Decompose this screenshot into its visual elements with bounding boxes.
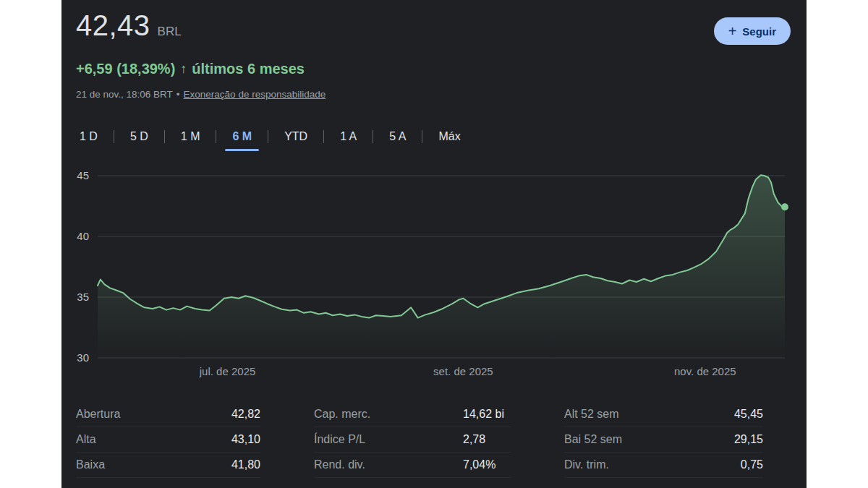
stat-label: Div. trim. (564, 458, 609, 471)
x-tick-label: set. de 2025 (433, 365, 493, 377)
y-tick-label: 30 (77, 351, 89, 364)
stat-label: Rend. div. (314, 458, 365, 471)
stat-value: 41,80 (231, 458, 260, 471)
stat-label: Alta (76, 433, 96, 446)
tab-ytd[interactable]: YTD (270, 125, 322, 148)
plus-icon: + (728, 24, 737, 38)
tab-divider (114, 130, 114, 143)
x-tick-label: jul. de 2025 (199, 365, 256, 377)
tab-5d[interactable]: 5 D (116, 125, 163, 148)
tab-divider (373, 130, 373, 143)
last-price-dot (781, 203, 788, 210)
x-tick-label: nov. de 2025 (674, 365, 736, 377)
stock-price: 42,43 (76, 9, 150, 42)
currency-label: BRL (158, 25, 182, 39)
stat-value: 43,10 (231, 433, 260, 446)
y-tick-label: 35 (77, 291, 89, 303)
stat-value: 2,78 (463, 433, 485, 446)
y-tick-label: 45 (77, 169, 89, 181)
tab-6m[interactable]: 6 M (218, 125, 266, 148)
stat-row: Alta43,10 (76, 427, 260, 453)
stat-row: Rend. div.7,04% (314, 453, 511, 478)
stat-row: Bai 52 sem29,15 (564, 427, 763, 453)
stat-row: Div. trim.0,75 (564, 453, 763, 478)
area-fill (98, 175, 785, 358)
tab-1m[interactable]: 1 M (166, 125, 215, 148)
y-tick-label: 40 (77, 230, 89, 242)
page: 42,43 BRL + Seguir +6,59 (18,39%) ↑ últi… (0, 0, 868, 488)
bullet-separator: • (176, 89, 180, 100)
quote-meta: 21 de nov., 18:06 BRT•Exoneração de resp… (76, 89, 326, 100)
tab-divider (422, 130, 422, 143)
key-stats: Abertura42,82Alta43,10Baixa41,80Cap. mer… (76, 402, 763, 478)
tab-1a[interactable]: 1 A (326, 125, 371, 148)
stats-column: Alt 52 sem45,45Bai 52 sem29,15Div. trim.… (564, 402, 763, 478)
tab-divider (323, 130, 324, 143)
stat-label: Abertura (76, 408, 120, 421)
up-arrow-icon: ↑ (180, 61, 187, 77)
price-row: 42,43 BRL (76, 9, 182, 42)
stat-row: Cap. merc.14,62 bi (314, 402, 511, 427)
stat-value: 45,45 (734, 408, 763, 421)
price-chart[interactable]: 45403530jul. de 2025set. de 2025nov. de … (61, 163, 807, 380)
change-value: +6,59 (18,39%) (76, 61, 175, 77)
tab-divider (216, 130, 216, 143)
stat-row: Alt 52 sem45,45 (564, 402, 763, 427)
time-range-tabs: 1 D5 D1 M6 MYTD1 A5 AMáx (65, 124, 475, 150)
tab-max[interactable]: Máx (424, 125, 475, 148)
stats-column: Abertura42,82Alta43,10Baixa41,80 (76, 402, 260, 478)
tab-1d[interactable]: 1 D (65, 125, 112, 148)
stat-row: Abertura42,82 (76, 402, 260, 427)
stat-value: 7,04% (463, 458, 495, 471)
tab-5a[interactable]: 5 A (375, 125, 420, 148)
stat-label: Baixa (76, 458, 105, 471)
quote-timestamp: 21 de nov., 18:06 BRT (76, 89, 173, 100)
stat-label: Cap. merc. (314, 408, 370, 421)
price-change: +6,59 (18,39%) ↑ últimos 6 meses (76, 61, 305, 77)
stat-row: Índice P/L2,78 (314, 427, 511, 453)
stat-value: 0,75 (741, 458, 763, 471)
stat-value: 14,62 bi (463, 408, 504, 421)
stat-value: 29,15 (734, 433, 763, 446)
stat-value: 42,82 (231, 408, 260, 421)
tab-divider (268, 130, 268, 143)
finance-panel: 42,43 BRL + Seguir +6,59 (18,39%) ↑ últi… (61, 0, 807, 488)
change-period: últimos 6 meses (192, 61, 305, 77)
stat-row: Baixa41,80 (76, 453, 260, 478)
stat-label: Bai 52 sem (564, 433, 622, 446)
stats-column: Cap. merc.14,62 biÍndice P/L2,78Rend. di… (314, 402, 511, 478)
follow-label: Seguir (742, 25, 776, 38)
follow-button[interactable]: + Seguir (714, 17, 791, 45)
stat-label: Alt 52 sem (564, 408, 619, 421)
tab-divider (164, 130, 165, 143)
disclaimer-link[interactable]: Exoneração de responsabilidade (184, 89, 326, 100)
stat-label: Índice P/L (314, 433, 365, 446)
